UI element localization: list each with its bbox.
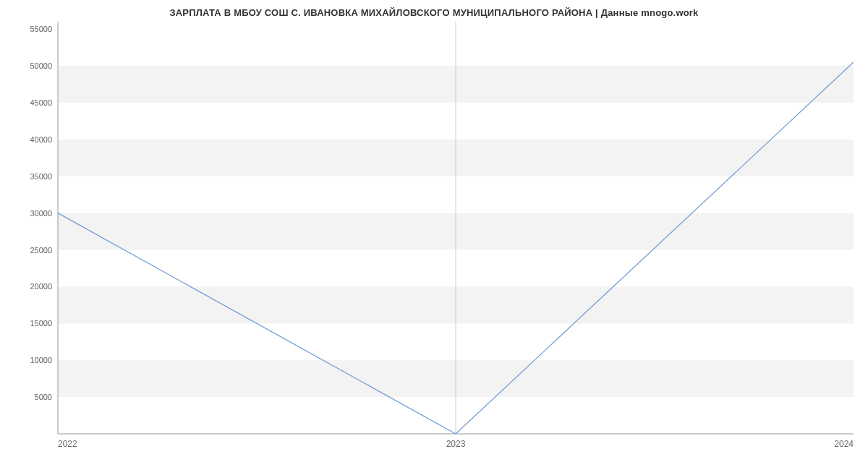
y-tick-label: 5000 xyxy=(35,393,52,401)
y-tick-label: 40000 xyxy=(30,135,52,144)
x-tick-label: 2023 xyxy=(446,439,466,449)
y-tick-label: 15000 xyxy=(30,319,52,328)
y-tick-label: 10000 xyxy=(30,356,52,364)
y-tick-label: 55000 xyxy=(30,25,52,33)
y-tick-label: 30000 xyxy=(30,209,52,218)
y-tick-label: 35000 xyxy=(30,172,52,181)
chart-container: ЗАРПЛАТА В МБОУ СОШ С. ИВАНОВКА МИХАЙЛОВ… xyxy=(0,0,868,470)
y-tick-label: 20000 xyxy=(30,282,52,291)
x-tick-label: 2024 xyxy=(834,439,854,449)
chart-title: ЗАРПЛАТА В МБОУ СОШ С. ИВАНОВКА МИХАЙЛОВ… xyxy=(0,7,868,18)
plot-area: 5000100001500020000250003000035000400004… xyxy=(58,22,854,434)
y-tick-label: 45000 xyxy=(30,98,52,107)
chart-svg: 5000100001500020000250003000035000400004… xyxy=(58,22,854,456)
y-tick-label: 25000 xyxy=(30,246,52,255)
x-tick-label: 2022 xyxy=(58,439,77,449)
y-tick-label: 50000 xyxy=(30,61,52,70)
